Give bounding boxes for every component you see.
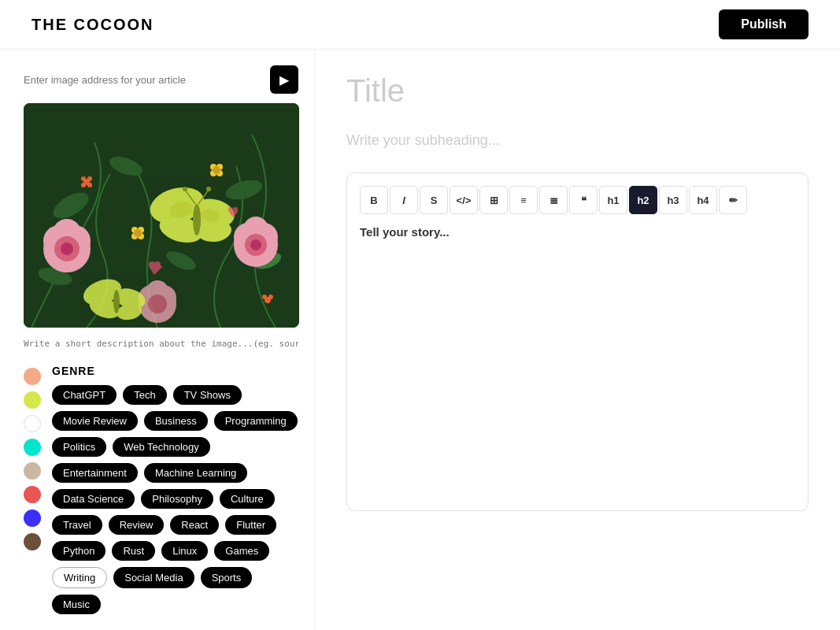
right-panel: BIS</>⊞≡≣❝h1h2h3h4✏ Tell your story... (315, 50, 840, 630)
image-url-row: ▶ (24, 65, 298, 94)
genre-title: GENRE (52, 365, 298, 377)
toolbar-h4-button[interactable]: h4 (689, 186, 717, 214)
toolbar-blockquote-button[interactable]: ❝ (569, 186, 598, 214)
tag-rust[interactable]: Rust (112, 541, 155, 561)
toolbar-numbered-list-button[interactable]: ≣ (539, 186, 568, 214)
article-title-input[interactable] (346, 73, 809, 109)
swatch-blue[interactable] (24, 510, 41, 527)
tag-python[interactable]: Python (52, 541, 105, 561)
tag-entertainment[interactable]: Entertainment (52, 463, 138, 483)
toolbar-h1-button[interactable]: h1 (599, 186, 627, 214)
svg-point-53 (81, 176, 86, 181)
toolbar-bullet-list-button[interactable]: ≡ (509, 186, 538, 214)
swatch-tan[interactable] (24, 462, 41, 480)
publish-button[interactable]: Publish (719, 9, 809, 39)
tag-flutter[interactable]: Flutter (225, 515, 276, 535)
toolbar-h3-button[interactable]: h3 (659, 186, 687, 214)
svg-point-39 (113, 290, 120, 313)
svg-point-31 (183, 187, 187, 191)
image-caption-input[interactable] (24, 339, 298, 349)
svg-point-45 (134, 229, 142, 237)
toolbar-h2-button[interactable]: h2 (629, 186, 657, 214)
article-subheading-input[interactable] (346, 132, 809, 149)
tag-tv-shows[interactable]: TV Shows (173, 385, 242, 405)
svg-point-59 (268, 295, 273, 299)
article-image (24, 103, 299, 328)
svg-point-51 (213, 166, 220, 174)
tag-politics[interactable]: Politics (52, 437, 106, 457)
toolbar-strikethrough-button[interactable]: S (420, 186, 448, 214)
image-url-submit-button[interactable]: ▶ (270, 65, 298, 94)
toolbar: BIS</>⊞≡≣❝h1h2h3h4✏ (360, 186, 795, 214)
genre-section: GENRE ChatGPTTechTV ShowsMovie ReviewBus… (24, 365, 298, 614)
swatch-red[interactable] (24, 486, 41, 503)
tag-movie-review[interactable]: Movie Review (52, 411, 138, 431)
left-panel: ▶ (0, 50, 315, 630)
tag-programming[interactable]: Programming (214, 411, 298, 431)
tag-writing[interactable]: Writing (52, 567, 107, 588)
swatch-brown[interactable] (24, 533, 41, 550)
image-url-input[interactable] (24, 74, 264, 86)
svg-point-18 (250, 239, 261, 250)
svg-point-54 (87, 176, 92, 181)
svg-point-32 (206, 187, 211, 191)
toolbar-code-inline-button[interactable]: </> (450, 186, 478, 214)
editor-body[interactable]: Tell your story... (360, 225, 795, 461)
tag-culture[interactable]: Culture (220, 489, 275, 509)
tag-web-technology[interactable]: Web Technology (113, 437, 210, 457)
svg-point-56 (87, 183, 92, 187)
genre-content: GENRE ChatGPTTechTV ShowsMovie ReviewBus… (52, 365, 298, 614)
tags-container: ChatGPTTechTV ShowsMovie ReviewBusinessP… (52, 385, 298, 614)
tag-tech[interactable]: Tech (123, 385, 166, 405)
tag-games[interactable]: Games (214, 541, 269, 561)
editor-container: BIS</>⊞≡≣❝h1h2h3h4✏ Tell your story... (346, 172, 809, 511)
svg-point-12 (61, 243, 73, 255)
swatch-cyan[interactable] (24, 439, 41, 456)
tag-music[interactable]: Music (52, 595, 101, 614)
tag-philosophy[interactable]: Philosophy (141, 489, 213, 509)
logo: THE COCOON (31, 16, 154, 34)
tag-react[interactable]: React (170, 515, 219, 535)
header: THE COCOON Publish (0, 0, 840, 50)
svg-point-55 (81, 183, 86, 187)
swatch-yellow-green[interactable] (24, 391, 41, 409)
toolbar-italic-button[interactable]: I (390, 186, 418, 214)
tag-machine-learning[interactable]: Machine Learning (144, 463, 247, 483)
tag-review[interactable]: Review (109, 515, 165, 535)
tag-chatgpt[interactable]: ChatGPT (52, 385, 117, 405)
main-layout: ▶ (0, 50, 840, 630)
tag-data-science[interactable]: Data Science (52, 489, 135, 509)
swatch-peach[interactable] (24, 368, 41, 385)
toolbar-highlight-button[interactable]: ✏ (719, 186, 747, 214)
tag-travel[interactable]: Travel (52, 515, 102, 535)
tag-business[interactable]: Business (144, 411, 208, 431)
svg-point-23 (148, 295, 167, 313)
svg-point-58 (262, 295, 267, 299)
tag-sports[interactable]: Sports (201, 567, 253, 588)
tag-linux[interactable]: Linux (161, 541, 208, 561)
color-swatches (24, 365, 41, 614)
svg-point-28 (193, 204, 201, 235)
toolbar-bold-button[interactable]: B (360, 186, 388, 214)
swatch-white[interactable] (24, 415, 41, 432)
tag-social-media[interactable]: Social Media (113, 567, 194, 588)
toolbar-code-block-button[interactable]: ⊞ (479, 186, 508, 214)
